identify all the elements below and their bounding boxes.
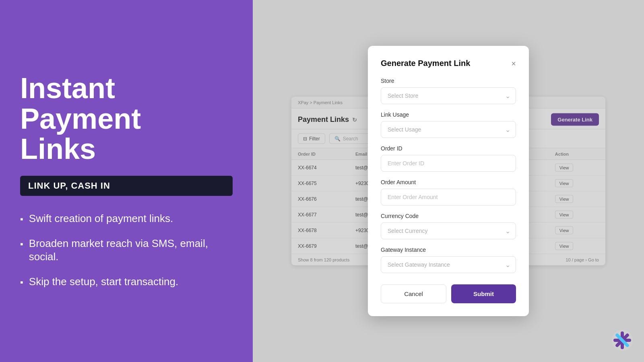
- store-select[interactable]: Select Store: [381, 87, 516, 104]
- main-heading: Instant Payment Links: [20, 73, 233, 165]
- order-amount-label: Order Amount: [381, 179, 516, 185]
- gateway-label: Gateway Instance: [381, 247, 516, 253]
- order-id-label: Order ID: [381, 145, 516, 152]
- order-amount-field: Order Amount: [381, 179, 516, 206]
- bullet-item-1: Swift creation of payment links.: [20, 212, 233, 226]
- link-usage-field: Link Usage Select Usage: [381, 111, 516, 138]
- close-button[interactable]: ×: [511, 60, 516, 68]
- modal-dialog: Generate Payment Link × Store Select Sto…: [368, 46, 529, 316]
- tagline-badge: LINK UP, CASH IN: [20, 176, 233, 196]
- xpay-logo: [612, 330, 633, 351]
- left-panel: Instant Payment Links LINK UP, CASH IN S…: [0, 0, 253, 362]
- modal-overlay: Generate Payment Link × Store Select Sto…: [253, 0, 644, 362]
- submit-button[interactable]: Submit: [451, 284, 516, 303]
- order-amount-input[interactable]: [381, 189, 516, 206]
- store-label: Store: [381, 78, 516, 84]
- bullet-list: Swift creation of payment links. Broaden…: [20, 212, 233, 289]
- currency-field: Currency Code Select Currency: [381, 213, 516, 239]
- modal-footer: Cancel Submit: [381, 284, 516, 303]
- bullet-item-3: Skip the setup, start transacting.: [20, 275, 233, 289]
- link-usage-select-wrapper: Select Usage: [381, 121, 516, 138]
- link-usage-select[interactable]: Select Usage: [381, 121, 516, 138]
- cancel-button[interactable]: Cancel: [381, 284, 446, 303]
- currency-select-wrapper: Select Currency: [381, 222, 516, 239]
- modal-title: Generate Payment Link: [381, 59, 470, 68]
- link-usage-label: Link Usage: [381, 111, 516, 118]
- gateway-field: Gateway Instance Select Gateway Instance: [381, 247, 516, 273]
- store-select-wrapper: Select Store: [381, 87, 516, 104]
- order-id-field: Order ID: [381, 145, 516, 172]
- bullet-item-2: Broaden market reach via SMS, email, soc…: [20, 237, 233, 264]
- gateway-select[interactable]: Select Gateway Instance: [381, 256, 516, 273]
- right-panel: XPay > Payment Links Payment Links ↻ Gen…: [253, 0, 644, 362]
- modal-header: Generate Payment Link ×: [381, 59, 516, 68]
- store-field: Store Select Store: [381, 78, 516, 104]
- currency-label: Currency Code: [381, 213, 516, 219]
- order-id-input[interactable]: [381, 155, 516, 172]
- gateway-select-wrapper: Select Gateway Instance: [381, 256, 516, 273]
- currency-select[interactable]: Select Currency: [381, 222, 516, 239]
